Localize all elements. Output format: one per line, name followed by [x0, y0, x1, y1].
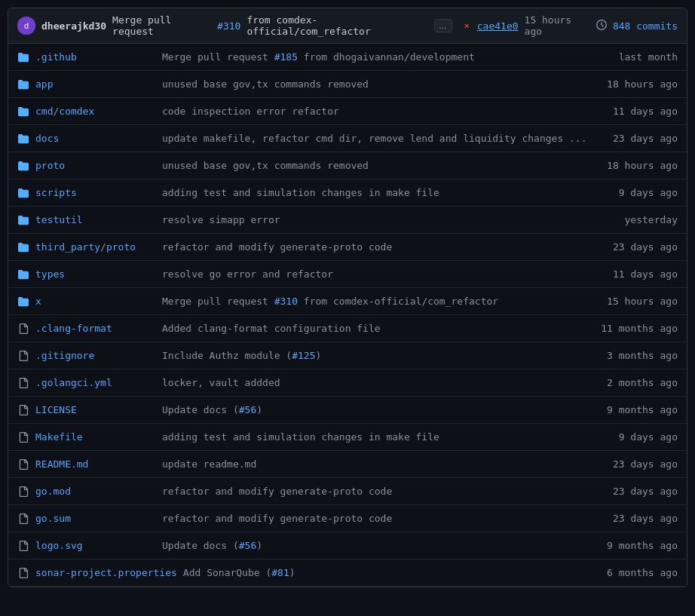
file-link[interactable]: Makefile	[35, 431, 156, 443]
file-time: 11 days ago	[610, 268, 678, 280]
table-row: third_party/proto refactor and modify ge…	[8, 234, 687, 261]
folder-icon	[17, 160, 29, 172]
file-time: 6 months ago	[607, 567, 678, 578]
file-time: 11 days ago	[610, 106, 678, 117]
file-time: 18 hours ago	[607, 78, 678, 90]
file-time: 9 months ago	[607, 540, 678, 551]
commit-message: Update docs (#56)	[162, 404, 601, 415]
table-row: .github Merge pull request #185 from dho…	[8, 44, 687, 71]
file-time: 23 days ago	[610, 241, 678, 253]
commit-link[interactable]: #185	[274, 51, 298, 63]
commit-message: adding test and simulation changes in ma…	[162, 431, 604, 443]
folder-icon	[17, 214, 29, 226]
commit-link[interactable]: #310	[274, 296, 298, 307]
file-link[interactable]: app	[35, 78, 156, 90]
file-time: 23 days ago	[610, 133, 678, 144]
commit-message: Update docs (#56)	[162, 540, 601, 551]
table-row: x Merge pull request #310 from comdex-of…	[8, 288, 687, 315]
commit-message-text: Merge pull request	[112, 14, 211, 37]
file-link[interactable]: LICENSE	[35, 404, 156, 415]
file-icon	[17, 513, 29, 525]
file-link[interactable]: logo.svg	[35, 540, 156, 551]
file-link[interactable]: cmd/comdex	[35, 106, 156, 117]
folder-icon	[17, 133, 29, 145]
folder-icon	[17, 78, 29, 90]
table-row: testutil resolve simapp error yesterday	[8, 207, 687, 234]
table-row: types resolve go error and refactor 11 d…	[8, 261, 687, 288]
commit-link[interactable]: #81	[271, 567, 289, 578]
svg-text:d: d	[24, 21, 29, 30]
commit-message: locker, vault addded	[162, 377, 601, 388]
file-link[interactable]: README.md	[35, 458, 156, 470]
file-icon	[17, 377, 29, 389]
expand-button[interactable]: ...	[434, 19, 452, 32]
commit-header: d dheerajkd30 Merge pull request #310 fr…	[8, 8, 687, 44]
file-time: 15 hours ago	[607, 296, 678, 307]
folder-icon	[17, 296, 29, 308]
file-time: 23 days ago	[610, 486, 678, 497]
file-icon	[17, 350, 29, 362]
file-link[interactable]: testutil	[35, 214, 156, 225]
table-row: proto unused base gov,tx commands remove…	[8, 152, 687, 179]
commit-message: refactor and modify generate-proto code	[162, 513, 604, 524]
file-link[interactable]: sonar-project.properties	[35, 567, 177, 578]
pr-link[interactable]: #310	[217, 20, 240, 32]
repository-file-browser: d dheerajkd30 Merge pull request #310 fr…	[8, 8, 687, 587]
file-link[interactable]: .clang-format	[35, 323, 156, 334]
file-time: 23 days ago	[610, 458, 678, 470]
table-row: app unused base gov,tx commands removed …	[8, 71, 687, 98]
commit-message: update readme.md	[162, 458, 604, 470]
commits-count: 848	[613, 20, 630, 32]
commit-link[interactable]: #56	[239, 404, 256, 415]
file-icon	[17, 431, 29, 443]
file-link[interactable]: docs	[35, 133, 156, 144]
file-link[interactable]: scripts	[35, 187, 156, 198]
file-time: 11 months ago	[601, 323, 678, 334]
table-row: .clang-format Added clang-format configu…	[8, 315, 687, 342]
folder-icon	[17, 106, 29, 118]
folder-icon	[17, 51, 29, 63]
file-link[interactable]: go.sum	[35, 513, 156, 524]
table-row: sonar-project.properties Add SonarQube (…	[8, 559, 687, 587]
file-time: 3 months ago	[607, 350, 678, 361]
file-time: 23 days ago	[610, 513, 678, 524]
folder-icon	[17, 268, 29, 280]
table-row: cmd/comdex code inspection error refacto…	[8, 98, 687, 125]
clock-icon	[596, 20, 607, 32]
commit-message: resolve simapp error	[162, 214, 604, 225]
commit-message: Added clang-format configuration file	[162, 323, 595, 334]
commit-message: adding test and simulation changes in ma…	[162, 187, 604, 198]
file-time: 9 days ago	[610, 187, 678, 198]
commit-message: refactor and modify generate-proto code	[162, 486, 604, 497]
file-time: 9 days ago	[610, 431, 678, 443]
commit-message: update makefile, refactor cmd dir, remov…	[162, 133, 604, 144]
folder-icon	[17, 187, 29, 199]
commits-count-link[interactable]: 848 commits	[613, 20, 678, 32]
commit-author[interactable]: dheerajkd30	[41, 20, 106, 32]
commit-link[interactable]: #56	[239, 540, 256, 551]
file-link[interactable]: go.mod	[35, 486, 156, 497]
table-row: go.sum refactor and modify generate-prot…	[8, 505, 687, 532]
commit-message: resolve go error and refactor	[162, 268, 604, 280]
file-link[interactable]: types	[35, 268, 156, 280]
file-link[interactable]: x	[35, 296, 156, 307]
commit-time: 15 hours ago	[525, 14, 590, 37]
file-link[interactable]: .golangci.yml	[35, 377, 156, 388]
folder-icon	[17, 241, 29, 253]
commit-message: code inspection error refactor	[162, 106, 604, 117]
table-row: .golangci.yml locker, vault addded 2 mon…	[8, 369, 687, 397]
commit-message: Include Authz module (#125)	[162, 350, 601, 361]
file-icon	[17, 486, 29, 498]
file-link[interactable]: .gitignore	[35, 350, 156, 361]
commit-message: Merge pull request #310 from comdex-offi…	[162, 296, 601, 307]
file-link[interactable]: .github	[35, 51, 156, 63]
table-row: logo.svg Update docs (#56) 9 months ago	[8, 532, 687, 559]
commit-link[interactable]: #125	[292, 350, 315, 361]
file-icon	[17, 404, 29, 416]
file-icon	[17, 567, 29, 579]
file-link[interactable]: proto	[35, 160, 156, 171]
commits-label: commits	[636, 20, 678, 32]
file-link[interactable]: third_party/proto	[35, 241, 156, 253]
table-row: .gitignore Include Authz module (#125) 3…	[8, 342, 687, 369]
commit-hash-link[interactable]: cae41e0	[477, 20, 519, 32]
